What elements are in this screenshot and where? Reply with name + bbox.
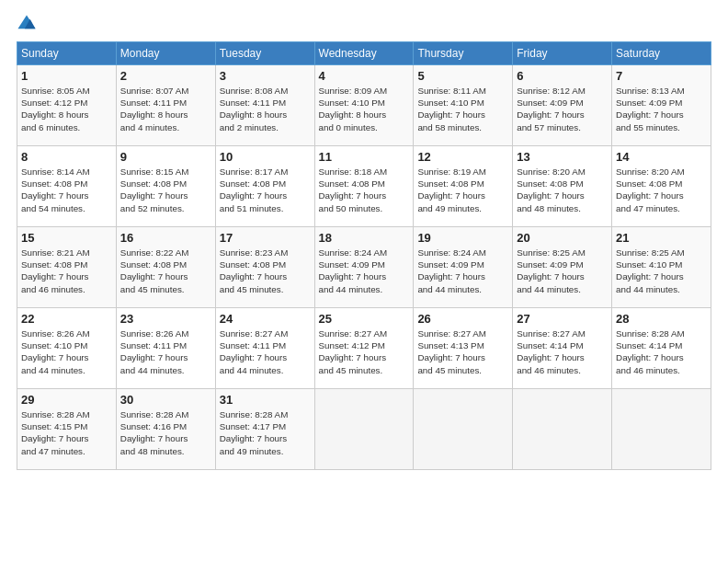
cell-info: Sunrise: 8:26 AMSunset: 4:11 PMDaylight:… [120,327,211,376]
calendar-cell: 14Sunrise: 8:20 AMSunset: 4:08 PMDayligh… [612,146,711,227]
cell-info: Sunrise: 8:05 AMSunset: 4:12 PMDaylight:… [21,85,112,133]
cell-info: Sunrise: 8:28 AMSunset: 4:14 PMDaylight:… [616,327,707,376]
week-row-5: 29Sunrise: 8:28 AMSunset: 4:15 PMDayligh… [17,389,711,470]
col-header-saturday: Saturday [612,42,711,65]
calendar-cell: 27Sunrise: 8:27 AMSunset: 4:14 PMDayligh… [513,308,612,389]
calendar-cell: 1Sunrise: 8:05 AMSunset: 4:12 PMDaylight… [17,65,117,146]
calendar-cell: 13Sunrise: 8:20 AMSunset: 4:08 PMDayligh… [513,146,612,227]
day-number: 23 [120,312,211,326]
day-number: 15 [21,231,112,245]
header [17,14,711,34]
cell-info: Sunrise: 8:09 AMSunset: 4:10 PMDaylight:… [319,85,410,133]
day-number: 22 [21,312,112,326]
day-number: 30 [120,393,211,407]
calendar-cell: 15Sunrise: 8:21 AMSunset: 4:08 PMDayligh… [17,227,117,308]
day-number: 8 [21,150,112,164]
calendar-cell: 24Sunrise: 8:27 AMSunset: 4:11 PMDayligh… [215,308,314,389]
day-number: 18 [319,231,410,245]
cell-info: Sunrise: 8:19 AMSunset: 4:08 PMDaylight:… [417,166,508,214]
day-number: 28 [616,312,707,326]
cell-info: Sunrise: 8:11 AMSunset: 4:10 PMDaylight:… [417,85,508,133]
day-number: 24 [220,312,311,326]
day-number: 13 [517,150,608,164]
day-number: 7 [616,69,707,83]
calendar-cell [513,389,612,470]
calendar-cell: 21Sunrise: 8:25 AMSunset: 4:10 PMDayligh… [612,227,711,308]
calendar-cell: 22Sunrise: 8:26 AMSunset: 4:10 PMDayligh… [17,308,117,389]
calendar-cell: 23Sunrise: 8:26 AMSunset: 4:11 PMDayligh… [116,308,215,389]
cell-info: Sunrise: 8:25 AMSunset: 4:10 PMDaylight:… [616,247,707,295]
col-header-tuesday: Tuesday [215,42,314,65]
col-header-thursday: Thursday [414,42,513,65]
cell-info: Sunrise: 8:07 AMSunset: 4:11 PMDaylight:… [120,85,211,133]
day-number: 9 [120,150,211,164]
calendar-cell [314,389,414,470]
cell-info: Sunrise: 8:22 AMSunset: 4:08 PMDaylight:… [120,247,211,295]
day-number: 26 [417,312,508,326]
logo [17,14,40,34]
cell-info: Sunrise: 8:24 AMSunset: 4:09 PMDaylight:… [417,247,508,295]
calendar-cell: 28Sunrise: 8:28 AMSunset: 4:14 PMDayligh… [612,308,711,389]
calendar-table: SundayMondayTuesdayWednesdayThursdayFrid… [17,41,711,470]
calendar-cell: 4Sunrise: 8:09 AMSunset: 4:10 PMDaylight… [314,65,414,146]
cell-info: Sunrise: 8:21 AMSunset: 4:08 PMDaylight:… [21,247,112,295]
calendar-cell: 20Sunrise: 8:25 AMSunset: 4:09 PMDayligh… [513,227,612,308]
week-row-2: 8Sunrise: 8:14 AMSunset: 4:08 PMDaylight… [17,146,711,227]
cell-info: Sunrise: 8:23 AMSunset: 4:08 PMDaylight:… [220,247,311,295]
calendar-cell: 2Sunrise: 8:07 AMSunset: 4:11 PMDaylight… [116,65,215,146]
week-row-1: 1Sunrise: 8:05 AMSunset: 4:12 PMDaylight… [17,65,711,146]
col-header-monday: Monday [116,42,215,65]
calendar-cell: 31Sunrise: 8:28 AMSunset: 4:17 PMDayligh… [215,389,314,470]
day-number: 27 [517,312,608,326]
cell-info: Sunrise: 8:13 AMSunset: 4:09 PMDaylight:… [616,85,707,133]
day-number: 29 [21,393,112,407]
cell-info: Sunrise: 8:25 AMSunset: 4:09 PMDaylight:… [517,247,608,295]
day-number: 16 [120,231,211,245]
calendar-cell: 9Sunrise: 8:15 AMSunset: 4:08 PMDaylight… [116,146,215,227]
cell-info: Sunrise: 8:26 AMSunset: 4:10 PMDaylight:… [21,327,112,376]
col-header-sunday: Sunday [17,42,117,65]
calendar-cell: 12Sunrise: 8:19 AMSunset: 4:08 PMDayligh… [414,146,513,227]
calendar-cell: 16Sunrise: 8:22 AMSunset: 4:08 PMDayligh… [116,227,215,308]
calendar-cell: 17Sunrise: 8:23 AMSunset: 4:08 PMDayligh… [215,227,314,308]
day-number: 21 [616,231,707,245]
logo-icon [17,14,37,34]
calendar-cell: 25Sunrise: 8:27 AMSunset: 4:12 PMDayligh… [314,308,414,389]
day-number: 6 [517,69,608,83]
cell-info: Sunrise: 8:24 AMSunset: 4:09 PMDaylight:… [319,247,410,295]
week-row-3: 15Sunrise: 8:21 AMSunset: 4:08 PMDayligh… [17,227,711,308]
calendar-cell [612,389,711,470]
calendar-cell: 18Sunrise: 8:24 AMSunset: 4:09 PMDayligh… [314,227,414,308]
cell-info: Sunrise: 8:14 AMSunset: 4:08 PMDaylight:… [21,166,112,214]
cell-info: Sunrise: 8:28 AMSunset: 4:15 PMDaylight:… [21,408,112,457]
day-number: 19 [417,231,508,245]
calendar-cell: 29Sunrise: 8:28 AMSunset: 4:15 PMDayligh… [17,389,117,470]
cell-info: Sunrise: 8:15 AMSunset: 4:08 PMDaylight:… [120,166,211,214]
cell-info: Sunrise: 8:27 AMSunset: 4:14 PMDaylight:… [517,327,608,376]
calendar-cell: 30Sunrise: 8:28 AMSunset: 4:16 PMDayligh… [116,389,215,470]
column-headers: SundayMondayTuesdayWednesdayThursdayFrid… [17,42,711,65]
cell-info: Sunrise: 8:20 AMSunset: 4:08 PMDaylight:… [616,166,707,214]
cell-info: Sunrise: 8:27 AMSunset: 4:13 PMDaylight:… [417,327,508,376]
col-header-wednesday: Wednesday [314,42,414,65]
day-number: 14 [616,150,707,164]
calendar-cell: 7Sunrise: 8:13 AMSunset: 4:09 PMDaylight… [612,65,711,146]
day-number: 2 [120,69,211,83]
calendar-cell: 3Sunrise: 8:08 AMSunset: 4:11 PMDaylight… [215,65,314,146]
day-number: 12 [417,150,508,164]
day-number: 3 [220,69,311,83]
calendar-cell: 5Sunrise: 8:11 AMSunset: 4:10 PMDaylight… [414,65,513,146]
calendar-cell: 26Sunrise: 8:27 AMSunset: 4:13 PMDayligh… [414,308,513,389]
day-number: 20 [517,231,608,245]
week-row-4: 22Sunrise: 8:26 AMSunset: 4:10 PMDayligh… [17,308,711,389]
page: SundayMondayTuesdayWednesdayThursdayFrid… [0,0,728,563]
cell-info: Sunrise: 8:20 AMSunset: 4:08 PMDaylight:… [517,166,608,214]
day-number: 1 [21,69,112,83]
cell-info: Sunrise: 8:17 AMSunset: 4:08 PMDaylight:… [220,166,311,214]
cell-info: Sunrise: 8:18 AMSunset: 4:08 PMDaylight:… [319,166,410,214]
day-number: 5 [417,69,508,83]
col-header-friday: Friday [513,42,612,65]
day-number: 11 [319,150,410,164]
calendar-cell: 19Sunrise: 8:24 AMSunset: 4:09 PMDayligh… [414,227,513,308]
cell-info: Sunrise: 8:08 AMSunset: 4:11 PMDaylight:… [220,85,311,133]
